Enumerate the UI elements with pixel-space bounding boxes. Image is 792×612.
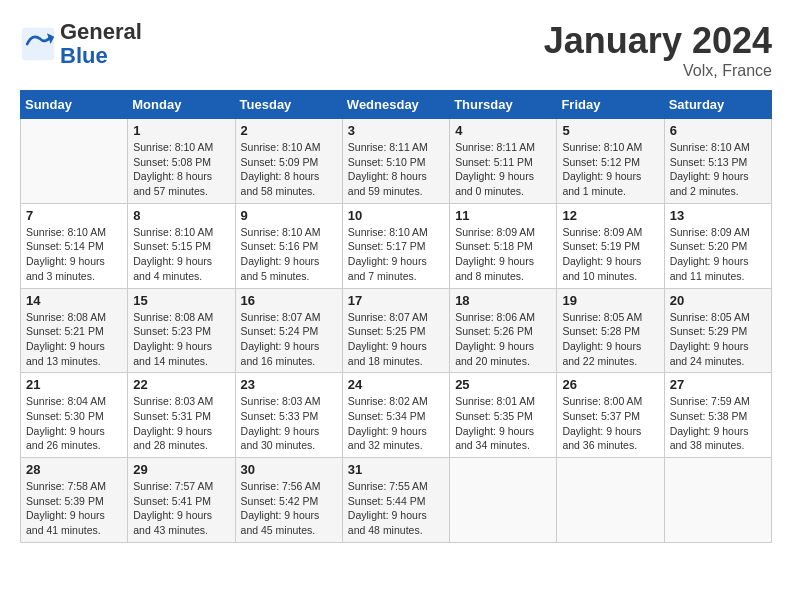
day-info: Sunrise: 8:05 AM Sunset: 5:28 PM Dayligh… [562, 310, 658, 369]
calendar-cell: 3Sunrise: 8:11 AM Sunset: 5:10 PM Daylig… [342, 119, 449, 204]
calendar-cell: 24Sunrise: 8:02 AM Sunset: 5:34 PM Dayli… [342, 373, 449, 458]
day-number: 20 [670, 293, 766, 308]
day-number: 31 [348, 462, 444, 477]
day-info: Sunrise: 8:10 AM Sunset: 5:15 PM Dayligh… [133, 225, 229, 284]
day-info: Sunrise: 8:09 AM Sunset: 5:20 PM Dayligh… [670, 225, 766, 284]
day-info: Sunrise: 8:10 AM Sunset: 5:17 PM Dayligh… [348, 225, 444, 284]
day-number: 6 [670, 123, 766, 138]
day-number: 13 [670, 208, 766, 223]
calendar-cell: 19Sunrise: 8:05 AM Sunset: 5:28 PM Dayli… [557, 288, 664, 373]
weekday-header: Thursday [450, 91, 557, 119]
day-info: Sunrise: 8:07 AM Sunset: 5:24 PM Dayligh… [241, 310, 337, 369]
day-number: 5 [562, 123, 658, 138]
calendar-week-row: 28Sunrise: 7:58 AM Sunset: 5:39 PM Dayli… [21, 458, 772, 543]
day-info: Sunrise: 8:09 AM Sunset: 5:19 PM Dayligh… [562, 225, 658, 284]
calendar-cell: 13Sunrise: 8:09 AM Sunset: 5:20 PM Dayli… [664, 203, 771, 288]
day-info: Sunrise: 7:59 AM Sunset: 5:38 PM Dayligh… [670, 394, 766, 453]
calendar-cell: 7Sunrise: 8:10 AM Sunset: 5:14 PM Daylig… [21, 203, 128, 288]
calendar-cell: 6Sunrise: 8:10 AM Sunset: 5:13 PM Daylig… [664, 119, 771, 204]
calendar-header-row: SundayMondayTuesdayWednesdayThursdayFrid… [21, 91, 772, 119]
calendar-cell: 25Sunrise: 8:01 AM Sunset: 5:35 PM Dayli… [450, 373, 557, 458]
day-info: Sunrise: 8:00 AM Sunset: 5:37 PM Dayligh… [562, 394, 658, 453]
day-number: 21 [26, 377, 122, 392]
calendar-cell: 17Sunrise: 8:07 AM Sunset: 5:25 PM Dayli… [342, 288, 449, 373]
calendar-cell: 22Sunrise: 8:03 AM Sunset: 5:31 PM Dayli… [128, 373, 235, 458]
day-number: 14 [26, 293, 122, 308]
day-info: Sunrise: 8:08 AM Sunset: 5:21 PM Dayligh… [26, 310, 122, 369]
day-info: Sunrise: 8:10 AM Sunset: 5:08 PM Dayligh… [133, 140, 229, 199]
logo-icon [20, 26, 56, 62]
day-info: Sunrise: 8:10 AM Sunset: 5:16 PM Dayligh… [241, 225, 337, 284]
day-number: 22 [133, 377, 229, 392]
day-number: 30 [241, 462, 337, 477]
weekday-header: Monday [128, 91, 235, 119]
calendar-cell: 29Sunrise: 7:57 AM Sunset: 5:41 PM Dayli… [128, 458, 235, 543]
weekday-header: Saturday [664, 91, 771, 119]
day-number: 15 [133, 293, 229, 308]
day-number: 29 [133, 462, 229, 477]
day-info: Sunrise: 8:10 AM Sunset: 5:14 PM Dayligh… [26, 225, 122, 284]
day-number: 4 [455, 123, 551, 138]
day-number: 23 [241, 377, 337, 392]
day-number: 9 [241, 208, 337, 223]
calendar-cell: 23Sunrise: 8:03 AM Sunset: 5:33 PM Dayli… [235, 373, 342, 458]
calendar-cell: 2Sunrise: 8:10 AM Sunset: 5:09 PM Daylig… [235, 119, 342, 204]
day-number: 19 [562, 293, 658, 308]
day-info: Sunrise: 7:56 AM Sunset: 5:42 PM Dayligh… [241, 479, 337, 538]
day-number: 16 [241, 293, 337, 308]
day-number: 1 [133, 123, 229, 138]
calendar-body: 1Sunrise: 8:10 AM Sunset: 5:08 PM Daylig… [21, 119, 772, 543]
day-number: 12 [562, 208, 658, 223]
day-info: Sunrise: 8:10 AM Sunset: 5:13 PM Dayligh… [670, 140, 766, 199]
calendar-cell [21, 119, 128, 204]
calendar-cell: 9Sunrise: 8:10 AM Sunset: 5:16 PM Daylig… [235, 203, 342, 288]
day-info: Sunrise: 7:58 AM Sunset: 5:39 PM Dayligh… [26, 479, 122, 538]
calendar-cell: 4Sunrise: 8:11 AM Sunset: 5:11 PM Daylig… [450, 119, 557, 204]
day-info: Sunrise: 8:10 AM Sunset: 5:09 PM Dayligh… [241, 140, 337, 199]
calendar-table: SundayMondayTuesdayWednesdayThursdayFrid… [20, 90, 772, 543]
day-info: Sunrise: 8:08 AM Sunset: 5:23 PM Dayligh… [133, 310, 229, 369]
logo-text: General Blue [60, 20, 142, 68]
day-info: Sunrise: 8:09 AM Sunset: 5:18 PM Dayligh… [455, 225, 551, 284]
day-info: Sunrise: 8:03 AM Sunset: 5:31 PM Dayligh… [133, 394, 229, 453]
calendar-cell: 26Sunrise: 8:00 AM Sunset: 5:37 PM Dayli… [557, 373, 664, 458]
calendar-cell: 1Sunrise: 8:10 AM Sunset: 5:08 PM Daylig… [128, 119, 235, 204]
calendar-cell: 18Sunrise: 8:06 AM Sunset: 5:26 PM Dayli… [450, 288, 557, 373]
calendar-cell: 11Sunrise: 8:09 AM Sunset: 5:18 PM Dayli… [450, 203, 557, 288]
day-info: Sunrise: 8:11 AM Sunset: 5:11 PM Dayligh… [455, 140, 551, 199]
day-number: 26 [562, 377, 658, 392]
day-info: Sunrise: 7:55 AM Sunset: 5:44 PM Dayligh… [348, 479, 444, 538]
day-info: Sunrise: 8:02 AM Sunset: 5:34 PM Dayligh… [348, 394, 444, 453]
logo: General Blue [20, 20, 142, 68]
day-number: 17 [348, 293, 444, 308]
calendar-cell: 16Sunrise: 8:07 AM Sunset: 5:24 PM Dayli… [235, 288, 342, 373]
day-info: Sunrise: 8:06 AM Sunset: 5:26 PM Dayligh… [455, 310, 551, 369]
weekday-header: Tuesday [235, 91, 342, 119]
day-number: 25 [455, 377, 551, 392]
calendar-cell: 12Sunrise: 8:09 AM Sunset: 5:19 PM Dayli… [557, 203, 664, 288]
calendar-week-row: 7Sunrise: 8:10 AM Sunset: 5:14 PM Daylig… [21, 203, 772, 288]
day-number: 11 [455, 208, 551, 223]
page-header: General Blue January 2024 Volx, France [20, 20, 772, 80]
weekday-header: Friday [557, 91, 664, 119]
calendar-week-row: 14Sunrise: 8:08 AM Sunset: 5:21 PM Dayli… [21, 288, 772, 373]
day-number: 10 [348, 208, 444, 223]
calendar-cell: 8Sunrise: 8:10 AM Sunset: 5:15 PM Daylig… [128, 203, 235, 288]
day-info: Sunrise: 8:07 AM Sunset: 5:25 PM Dayligh… [348, 310, 444, 369]
calendar-cell [450, 458, 557, 543]
weekday-header: Wednesday [342, 91, 449, 119]
calendar-cell: 21Sunrise: 8:04 AM Sunset: 5:30 PM Dayli… [21, 373, 128, 458]
title-block: January 2024 Volx, France [544, 20, 772, 80]
day-number: 27 [670, 377, 766, 392]
day-number: 28 [26, 462, 122, 477]
calendar-cell: 5Sunrise: 8:10 AM Sunset: 5:12 PM Daylig… [557, 119, 664, 204]
calendar-cell: 31Sunrise: 7:55 AM Sunset: 5:44 PM Dayli… [342, 458, 449, 543]
day-number: 18 [455, 293, 551, 308]
day-info: Sunrise: 8:05 AM Sunset: 5:29 PM Dayligh… [670, 310, 766, 369]
day-number: 2 [241, 123, 337, 138]
day-info: Sunrise: 8:01 AM Sunset: 5:35 PM Dayligh… [455, 394, 551, 453]
calendar-cell [557, 458, 664, 543]
day-number: 7 [26, 208, 122, 223]
calendar-week-row: 1Sunrise: 8:10 AM Sunset: 5:08 PM Daylig… [21, 119, 772, 204]
calendar-cell: 10Sunrise: 8:10 AM Sunset: 5:17 PM Dayli… [342, 203, 449, 288]
